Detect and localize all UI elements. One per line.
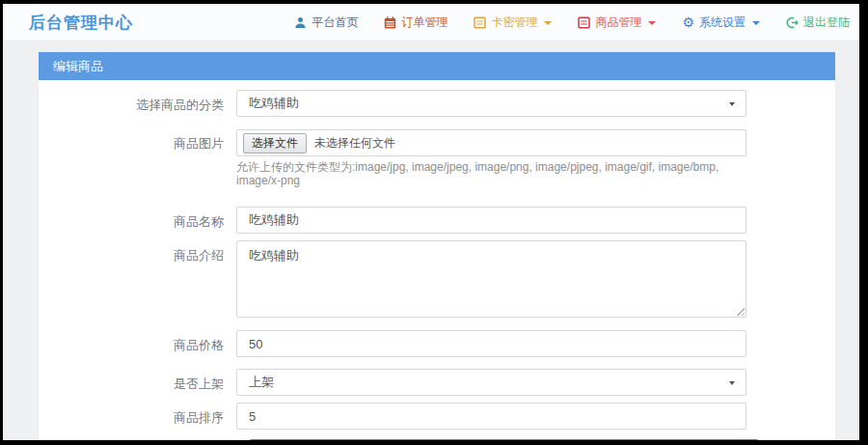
app-title: 后台管理中心 <box>29 12 133 34</box>
category-select[interactable]: 吃鸡辅助 <box>236 90 746 117</box>
image-file-input[interactable]: 选择文件 未选择任何文件 <box>236 129 746 156</box>
name-label: 商品名称 <box>39 207 236 234</box>
top-navbar: 后台管理中心 平台首页 <box>3 4 859 42</box>
nav-item-card-management[interactable]: 卡密管理 <box>474 14 552 31</box>
upload-type-hint: 允许上传的文件类型为:image/jpg, image/jpeg, image/… <box>236 160 746 187</box>
description-label: 商品介绍 <box>39 240 236 318</box>
chevron-down-icon <box>752 21 760 25</box>
edit-product-form: 选择商品的分类 吃鸡辅助 商品图片 选择文件 未选择任何文件 允许上传的文件类型 <box>39 80 835 440</box>
nav-item-platform-home[interactable]: 平台首页 <box>294 14 358 31</box>
nav-item-label: 退出登陆 <box>803 14 850 31</box>
nav-item-label: 平台首页 <box>312 14 358 31</box>
nav-item-order-management[interactable]: 订单管理 <box>384 14 448 31</box>
nav-item-label: 订单管理 <box>401 14 448 31</box>
sort-label: 商品排序 <box>39 403 236 430</box>
name-input[interactable] <box>236 207 746 234</box>
description-textarea[interactable]: 吃鸡辅助 <box>236 240 746 318</box>
status-select[interactable]: 上架 <box>236 369 746 396</box>
nav-item-system-settings[interactable]: ⚙ 系统设置 <box>682 14 760 31</box>
category-label: 选择商品的分类 <box>39 90 236 117</box>
save-product-button[interactable]: 保存商品 <box>249 439 759 440</box>
status-selected-value: 上架 <box>249 374 274 391</box>
calendar-icon <box>384 16 396 29</box>
nav-item-product-management[interactable]: 商品管理 <box>578 14 656 31</box>
choose-file-button[interactable]: 选择文件 <box>243 133 307 153</box>
price-input[interactable] <box>236 330 746 357</box>
panel-title: 编辑商品 <box>39 52 835 80</box>
file-status-text: 未选择任何文件 <box>314 135 395 152</box>
nav-menu: 平台首页 订单管理 <box>294 14 850 31</box>
card-list-icon <box>474 16 486 29</box>
nav-item-label: 商品管理 <box>595 14 641 31</box>
logout-icon <box>786 16 799 29</box>
select-arrow-icon <box>729 102 735 106</box>
price-label: 商品价格 <box>39 330 236 357</box>
nav-item-label: 卡密管理 <box>491 14 537 31</box>
product-list-icon <box>578 16 590 29</box>
edit-product-panel: 编辑商品 选择商品的分类 吃鸡辅助 商品图片 选择文件 未选择任 <box>39 52 835 440</box>
chevron-down-icon <box>648 21 656 25</box>
app-window: 后台管理中心 平台首页 <box>3 4 859 440</box>
nav-item-label: 系统设置 <box>699 14 746 31</box>
nav-item-logout[interactable]: 退出登陆 <box>786 14 850 31</box>
chevron-down-icon <box>544 21 552 25</box>
image-label: 商品图片 <box>39 129 236 187</box>
select-arrow-icon <box>729 381 735 385</box>
category-selected-value: 吃鸡辅助 <box>249 95 299 112</box>
gear-icon: ⚙ <box>682 16 694 29</box>
user-icon <box>294 16 307 29</box>
status-label: 是否上架 <box>39 369 236 396</box>
sort-input[interactable] <box>236 403 746 430</box>
